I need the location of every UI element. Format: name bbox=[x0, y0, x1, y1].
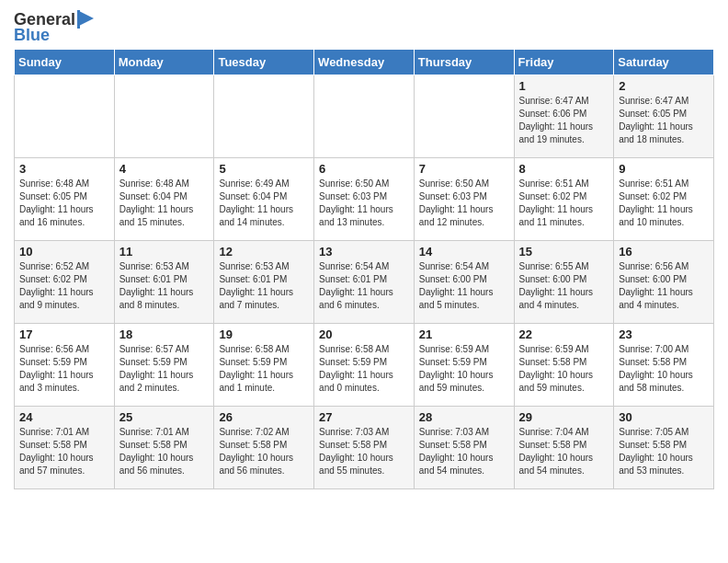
day-number: 2 bbox=[619, 79, 709, 93]
calendar-cell: 29Sunrise: 7:04 AMSunset: 5:58 PMDayligh… bbox=[514, 407, 614, 489]
day-number: 26 bbox=[219, 410, 309, 424]
day-number: 7 bbox=[419, 162, 509, 176]
day-info: Sunrise: 6:50 AMSunset: 6:03 PMDaylight:… bbox=[319, 178, 409, 229]
day-info: Sunrise: 6:56 AMSunset: 5:59 PMDaylight:… bbox=[19, 343, 109, 395]
svg-marker-0 bbox=[79, 11, 94, 26]
day-info: Sunrise: 6:52 AMSunset: 6:02 PMDaylight:… bbox=[19, 260, 109, 312]
day-info: Sunrise: 6:47 AMSunset: 6:05 PMDaylight:… bbox=[619, 95, 709, 146]
day-info: Sunrise: 6:57 AMSunset: 5:59 PMDaylight:… bbox=[119, 343, 210, 395]
day-info: Sunrise: 6:54 AMSunset: 6:01 PMDaylight:… bbox=[319, 260, 409, 312]
calendar-cell bbox=[414, 75, 514, 158]
day-info: Sunrise: 6:51 AMSunset: 6:02 PMDaylight:… bbox=[619, 178, 709, 229]
calendar-cell: 5Sunrise: 6:49 AMSunset: 6:04 PMDaylight… bbox=[214, 158, 314, 241]
calendar-week-row: 3Sunrise: 6:48 AMSunset: 6:05 PMDaylight… bbox=[15, 158, 714, 241]
calendar-cell: 12Sunrise: 6:53 AMSunset: 6:01 PMDayligh… bbox=[214, 241, 314, 324]
calendar-cell: 3Sunrise: 6:48 AMSunset: 6:05 PMDaylight… bbox=[15, 158, 115, 241]
day-number: 18 bbox=[119, 327, 210, 341]
day-info: Sunrise: 6:53 AMSunset: 6:01 PMDaylight:… bbox=[119, 260, 210, 312]
weekday-header: Monday bbox=[114, 50, 214, 75]
calendar-cell: 6Sunrise: 6:50 AMSunset: 6:03 PMDaylight… bbox=[314, 158, 415, 241]
calendar-cell: 22Sunrise: 6:59 AMSunset: 5:58 PMDayligh… bbox=[514, 324, 614, 407]
day-info: Sunrise: 6:48 AMSunset: 6:05 PMDaylight:… bbox=[19, 178, 109, 229]
day-number: 19 bbox=[219, 327, 309, 341]
day-number: 8 bbox=[519, 162, 609, 176]
calendar-cell bbox=[114, 75, 214, 158]
calendar-week-row: 17Sunrise: 6:56 AMSunset: 5:59 PMDayligh… bbox=[15, 324, 714, 407]
day-info: Sunrise: 6:51 AMSunset: 6:02 PMDaylight:… bbox=[519, 178, 609, 229]
calendar-week-row: 24Sunrise: 7:01 AMSunset: 5:58 PMDayligh… bbox=[15, 407, 714, 489]
day-number: 13 bbox=[319, 245, 409, 259]
day-number: 15 bbox=[519, 245, 609, 259]
calendar-page: General Blue SundayMondayTuesdayWednesda… bbox=[0, 0, 728, 499]
day-number: 9 bbox=[619, 162, 709, 176]
calendar-week-row: 10Sunrise: 6:52 AMSunset: 6:02 PMDayligh… bbox=[15, 241, 714, 324]
day-number: 29 bbox=[519, 410, 609, 424]
day-info: Sunrise: 7:05 AMSunset: 5:58 PMDaylight:… bbox=[619, 426, 709, 477]
day-number: 21 bbox=[419, 327, 509, 341]
calendar-cell: 7Sunrise: 6:50 AMSunset: 6:03 PMDaylight… bbox=[414, 158, 514, 241]
calendar-cell: 28Sunrise: 7:03 AMSunset: 5:58 PMDayligh… bbox=[414, 407, 514, 489]
day-info: Sunrise: 7:04 AMSunset: 5:58 PMDaylight:… bbox=[519, 426, 609, 477]
calendar-cell: 1Sunrise: 6:47 AMSunset: 6:06 PMDaylight… bbox=[514, 75, 614, 158]
day-info: Sunrise: 6:49 AMSunset: 6:04 PMDaylight:… bbox=[219, 178, 309, 229]
day-info: Sunrise: 6:50 AMSunset: 6:03 PMDaylight:… bbox=[419, 178, 509, 229]
day-number: 22 bbox=[519, 327, 609, 341]
calendar-cell: 9Sunrise: 6:51 AMSunset: 6:02 PMDaylight… bbox=[614, 158, 714, 241]
day-number: 23 bbox=[619, 327, 709, 341]
day-number: 28 bbox=[419, 410, 509, 424]
weekday-header: Friday bbox=[514, 50, 614, 75]
calendar-cell: 23Sunrise: 7:00 AMSunset: 5:58 PMDayligh… bbox=[614, 324, 714, 407]
day-info: Sunrise: 6:58 AMSunset: 5:59 PMDaylight:… bbox=[219, 343, 309, 395]
calendar-cell: 21Sunrise: 6:59 AMSunset: 5:59 PMDayligh… bbox=[414, 324, 514, 407]
calendar-cell: 30Sunrise: 7:05 AMSunset: 5:58 PMDayligh… bbox=[614, 407, 714, 489]
calendar-cell: 20Sunrise: 6:58 AMSunset: 5:59 PMDayligh… bbox=[314, 324, 415, 407]
calendar-cell: 18Sunrise: 6:57 AMSunset: 5:59 PMDayligh… bbox=[114, 324, 214, 407]
day-info: Sunrise: 6:56 AMSunset: 6:00 PMDaylight:… bbox=[619, 260, 709, 312]
weekday-header: Thursday bbox=[414, 50, 514, 75]
calendar-table: SundayMondayTuesdayWednesdayThursdayFrid… bbox=[14, 49, 714, 489]
day-number: 16 bbox=[619, 245, 709, 259]
calendar-cell: 27Sunrise: 7:03 AMSunset: 5:58 PMDayligh… bbox=[314, 407, 415, 489]
day-info: Sunrise: 7:03 AMSunset: 5:58 PMDaylight:… bbox=[319, 426, 409, 477]
logo-blue-text: Blue bbox=[14, 26, 50, 45]
calendar-cell: 11Sunrise: 6:53 AMSunset: 6:01 PMDayligh… bbox=[114, 241, 214, 324]
day-number: 6 bbox=[319, 162, 409, 176]
day-number: 25 bbox=[119, 410, 210, 424]
logo-flag-icon bbox=[75, 9, 96, 29]
calendar-cell bbox=[314, 75, 415, 158]
calendar-cell: 13Sunrise: 6:54 AMSunset: 6:01 PMDayligh… bbox=[314, 241, 415, 324]
calendar-cell: 4Sunrise: 6:48 AMSunset: 6:04 PMDaylight… bbox=[114, 158, 214, 241]
calendar-cell: 26Sunrise: 7:02 AMSunset: 5:58 PMDayligh… bbox=[214, 407, 314, 489]
day-number: 10 bbox=[19, 245, 109, 259]
day-number: 12 bbox=[219, 245, 309, 259]
day-info: Sunrise: 6:53 AMSunset: 6:01 PMDaylight:… bbox=[219, 260, 309, 312]
calendar-cell: 19Sunrise: 6:58 AMSunset: 5:59 PMDayligh… bbox=[214, 324, 314, 407]
day-info: Sunrise: 6:47 AMSunset: 6:06 PMDaylight:… bbox=[519, 95, 609, 146]
weekday-header: Sunday bbox=[15, 50, 115, 75]
weekday-header: Saturday bbox=[614, 50, 714, 75]
calendar-cell: 10Sunrise: 6:52 AMSunset: 6:02 PMDayligh… bbox=[15, 241, 115, 324]
weekday-header: Wednesday bbox=[314, 50, 415, 75]
day-number: 14 bbox=[419, 245, 509, 259]
calendar-body: 1Sunrise: 6:47 AMSunset: 6:06 PMDaylight… bbox=[15, 75, 714, 489]
day-number: 11 bbox=[119, 245, 210, 259]
calendar-cell: 25Sunrise: 7:01 AMSunset: 5:58 PMDayligh… bbox=[114, 407, 214, 489]
day-number: 1 bbox=[519, 79, 609, 93]
day-info: Sunrise: 6:59 AMSunset: 5:58 PMDaylight:… bbox=[519, 343, 609, 395]
calendar-header: SundayMondayTuesdayWednesdayThursdayFrid… bbox=[15, 50, 714, 75]
weekday-header: Tuesday bbox=[214, 50, 314, 75]
calendar-cell: 14Sunrise: 6:54 AMSunset: 6:00 PMDayligh… bbox=[414, 241, 514, 324]
day-number: 3 bbox=[19, 162, 109, 176]
day-info: Sunrise: 6:48 AMSunset: 6:04 PMDaylight:… bbox=[119, 178, 210, 229]
day-info: Sunrise: 6:58 AMSunset: 5:59 PMDaylight:… bbox=[319, 343, 409, 395]
day-number: 5 bbox=[219, 162, 309, 176]
day-info: Sunrise: 7:02 AMSunset: 5:58 PMDaylight:… bbox=[219, 426, 309, 477]
svg-rect-1 bbox=[77, 10, 80, 29]
calendar-cell: 24Sunrise: 7:01 AMSunset: 5:58 PMDayligh… bbox=[15, 407, 115, 489]
weekday-row: SundayMondayTuesdayWednesdayThursdayFrid… bbox=[15, 50, 714, 75]
day-number: 27 bbox=[319, 410, 409, 424]
day-number: 4 bbox=[119, 162, 210, 176]
calendar-cell: 8Sunrise: 6:51 AMSunset: 6:02 PMDaylight… bbox=[514, 158, 614, 241]
calendar-cell: 15Sunrise: 6:55 AMSunset: 6:00 PMDayligh… bbox=[514, 241, 614, 324]
day-number: 24 bbox=[19, 410, 109, 424]
